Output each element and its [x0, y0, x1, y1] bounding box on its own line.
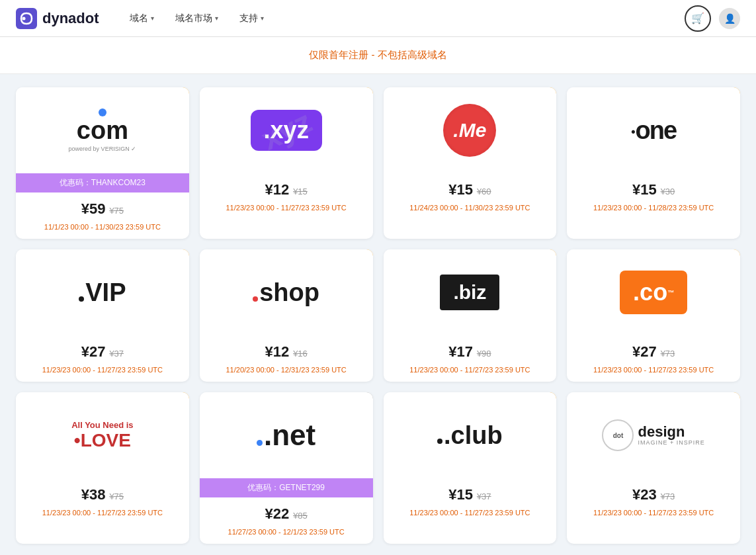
com-logo: com powered by VERISIGN ✓	[69, 108, 137, 152]
biz-logo: .biz	[440, 275, 499, 310]
love-logo: All You Need is •LOVE	[71, 420, 133, 451]
me-price-row: ¥15 ¥60	[438, 173, 501, 201]
com-dot	[99, 108, 106, 116]
xyz-price-row: ¥12 ¥15	[254, 173, 317, 201]
vip-price-row: ¥27 ¥37	[71, 335, 134, 363]
co-price-current: ¥27	[632, 343, 657, 361]
shop-price-row: ¥12 ¥16	[254, 335, 317, 363]
design-price-current: ¥23	[632, 486, 657, 503]
design-logo: dot design IMAGINE + INSPIRE	[602, 419, 704, 451]
logo[interactable]: dynadot	[16, 8, 99, 29]
net-date-range: 11/27/23 00:00 - 12/1/23 23:59 UTC	[223, 525, 350, 536]
design-price-row: ¥23 ¥73	[622, 478, 685, 506]
club-price-current: ¥15	[448, 486, 473, 503]
one-price-current: ¥15	[632, 181, 657, 198]
club-date-range: 11/23/23 00:00 - 11/27/23 23:59 UTC	[404, 506, 535, 517]
design-date-range: 11/23/23 00:00 - 11/27/23 23:59 UTC	[588, 506, 719, 517]
love-date-range: 11/23/23 00:00 - 11/27/23 23:59 UTC	[37, 506, 168, 517]
me-logo-area: .Me	[384, 87, 557, 173]
co-price-row: ¥27 ¥73	[622, 335, 685, 363]
me-price-original: ¥60	[477, 187, 491, 196]
shop-date-range: 11/20/23 00:00 - 12/31/23 23:59 UTC	[221, 363, 352, 374]
vip-price-original: ¥37	[109, 349, 124, 359]
biz-price-current: ¥17	[448, 343, 473, 361]
card-design[interactable]: 折扣 dot design IMAGINE + INSPIRE ¥23 ¥73 …	[567, 392, 740, 544]
logo-text: dynadot	[42, 10, 99, 27]
club-logo: .club	[437, 421, 503, 450]
love-logo-area: All You Need is •LOVE	[16, 392, 189, 478]
xyz-logo-area: xyz .xyz	[200, 87, 373, 173]
one-logo: •one	[631, 116, 676, 145]
design-price-original: ¥73	[661, 491, 675, 501]
love-price-row: ¥38 ¥75	[71, 478, 134, 506]
co-price-original: ¥73	[661, 349, 675, 359]
xyz-price-current: ¥12	[265, 181, 289, 198]
biz-date-range: 11/23/23 00:00 - 11/27/23 23:59 UTC	[404, 363, 535, 374]
card-club[interactable]: 折扣 .club ¥15 ¥37 11/23/23 00:00 - 11/27/…	[384, 392, 557, 544]
com-price-current: ¥59	[81, 200, 106, 218]
one-logo-area: •one	[567, 87, 740, 173]
com-logo-area: com powered by VERISIGN ✓	[16, 87, 189, 173]
svg-rect-0	[16, 8, 37, 29]
me-price-current: ¥15	[448, 181, 473, 198]
com-price-row: ¥59 ¥75	[71, 192, 134, 220]
co-date-range: 11/23/23 00:00 - 11/27/23 23:59 UTC	[588, 363, 719, 374]
logo-icon	[16, 8, 37, 29]
card-com[interactable]: 折扣 com powered by VERISIGN ✓ 优惠码：THANKCO…	[16, 87, 189, 239]
xyz-price-original: ¥15	[293, 187, 308, 196]
cart-button[interactable]: 🛒	[685, 5, 711, 32]
vip-logo-area: VIP	[16, 249, 189, 335]
net-logo-area: .net	[200, 392, 373, 478]
xyz-date-range: 11/23/23 00:00 - 11/27/23 23:59 UTC	[221, 201, 352, 212]
club-logo-area: .club	[384, 392, 557, 478]
login-button[interactable]: 👤	[719, 8, 740, 29]
love-price-original: ¥75	[109, 491, 124, 501]
com-date-range: 11/1/23 00:00 - 11/30/23 23:59 UTC	[39, 220, 166, 231]
net-promo-bar: 优惠码：GETNET299	[200, 478, 373, 497]
com-price-original: ¥75	[109, 206, 124, 216]
header-actions: 🛒 👤	[685, 5, 740, 32]
subtitle-bar: 仅限首年注册 - 不包括高级域名	[0, 37, 756, 74]
love-price-current: ¥38	[81, 486, 106, 503]
one-price-original: ¥30	[661, 187, 675, 196]
card-xyz[interactable]: 折扣 xyz .xyz ¥12 ¥15 11/23/23 00:00 - 11/…	[200, 87, 373, 239]
xyz-logo: .xyz	[251, 110, 322, 151]
card-net[interactable]: 即将推出 .net 优惠码：GETNET299 ¥22 ¥85 11/27/23…	[200, 392, 373, 544]
card-shop[interactable]: 折扣 shop ¥12 ¥16 11/20/23 00:00 - 12/31/2…	[200, 249, 373, 382]
vip-price-current: ¥27	[81, 343, 106, 361]
me-logo: .Me	[443, 104, 496, 157]
card-me[interactable]: 折扣 .Me ¥15 ¥60 11/24/23 00:00 - 11/30/23…	[384, 87, 557, 239]
shop-logo: shop	[253, 278, 319, 307]
nav-marketplace[interactable]: 域名市场 ▾	[166, 7, 228, 30]
nav-support[interactable]: 支持 ▾	[230, 7, 273, 30]
com-promo-bar: 优惠码：THANKCOM23	[16, 173, 189, 192]
header: dynadot 域名 ▾ 域名市场 ▾ 支持 ▾ 🛒 👤	[0, 0, 756, 37]
co-logo-area: .co™	[567, 249, 740, 335]
biz-price-row: ¥17 ¥98	[438, 335, 501, 363]
domain-grid: 折扣 com powered by VERISIGN ✓ 优惠码：THANKCO…	[0, 74, 756, 555]
design-logo-area: dot design IMAGINE + INSPIRE	[567, 392, 740, 478]
chevron-down-icon: ▾	[215, 15, 218, 22]
nav-domains[interactable]: 域名 ▾	[120, 7, 163, 30]
chevron-down-icon: ▾	[151, 15, 154, 22]
card-love[interactable]: 折扣 All You Need is •LOVE ¥38 ¥75 11/23/2…	[16, 392, 189, 544]
main-nav: 域名 ▾ 域名市场 ▾ 支持 ▾	[120, 7, 685, 30]
vip-date-range: 11/23/23 00:00 - 11/27/23 23:59 UTC	[37, 363, 168, 374]
shop-logo-area: shop	[200, 249, 373, 335]
club-price-row: ¥15 ¥37	[438, 478, 501, 506]
net-price-current: ¥22	[265, 505, 289, 523]
card-co[interactable]: 折扣 .co™ ¥27 ¥73 11/23/23 00:00 - 11/27/2…	[567, 249, 740, 382]
card-biz[interactable]: 折扣 .biz ¥17 ¥98 11/23/23 00:00 - 11/27/2…	[384, 249, 557, 382]
card-one[interactable]: 折扣 •one ¥15 ¥30 11/23/23 00:00 - 11/28/2…	[567, 87, 740, 239]
co-logo: .co™	[620, 271, 687, 314]
vip-logo: VIP	[79, 278, 126, 307]
net-price-original: ¥85	[293, 511, 308, 521]
me-date-range: 11/24/23 00:00 - 11/30/23 23:59 UTC	[404, 201, 535, 212]
shop-price-original: ¥16	[293, 349, 308, 359]
card-vip[interactable]: 折扣 VIP ¥27 ¥37 11/23/23 00:00 - 11/27/23…	[16, 249, 189, 382]
club-price-original: ¥37	[477, 491, 491, 501]
svg-point-1	[22, 17, 26, 20]
net-price-row: ¥22 ¥85	[254, 497, 317, 525]
biz-logo-area: .biz	[384, 249, 557, 335]
subtitle-text: 仅限首年注册 - 不包括高级域名	[309, 49, 446, 60]
